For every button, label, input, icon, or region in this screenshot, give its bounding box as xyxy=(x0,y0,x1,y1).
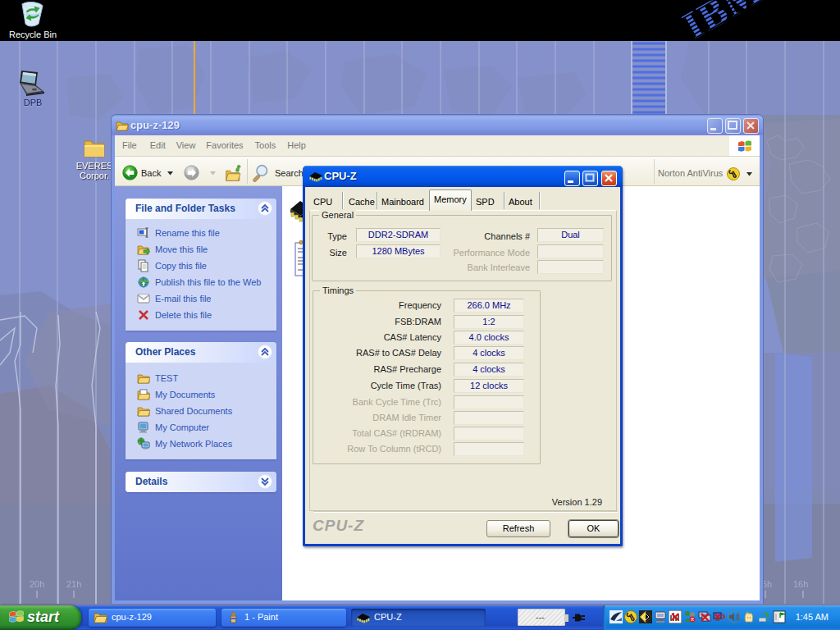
svg-text:21h: 21h xyxy=(66,579,81,589)
svg-text:16h: 16h xyxy=(793,579,808,589)
svg-text:IBM: IBM xyxy=(676,0,770,41)
svg-text:20h: 20h xyxy=(30,579,44,589)
svg-text:5h: 5h xyxy=(762,579,772,589)
